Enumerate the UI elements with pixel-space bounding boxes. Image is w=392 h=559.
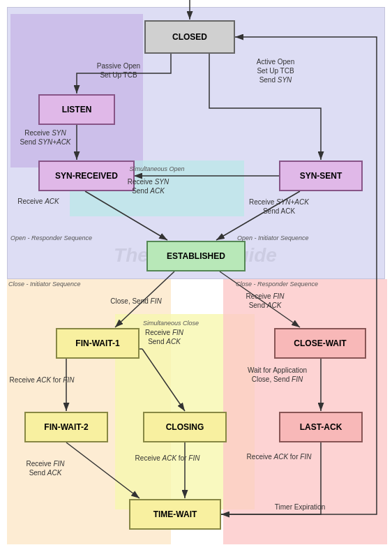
state-fin-wait-2-label: FIN-WAIT-2 [44,422,88,432]
state-last-ack: LAST-ACK [279,412,363,442]
state-syn-received-label: SYN-RECEIVED [55,171,118,181]
label-receive-ack-fin1: Receive ACK for FIN [7,375,77,385]
state-listen: LISTEN [38,94,115,125]
label-timer-expiration: Timer Expiration [258,502,342,512]
state-syn-sent-label: SYN-SENT [300,171,342,181]
state-time-wait-label: TIME-WAIT [153,509,197,519]
label-receive-syn-send-synack: Receive SYNSend SYN+ACK [7,128,84,147]
state-established-label: ESTABLISHED [167,251,225,261]
state-last-ack-label: LAST-ACK [300,422,342,432]
label-receive-synack: Receive SYN+ACKSend ACK [237,197,321,216]
state-syn-sent: SYN-SENT [279,161,363,191]
label-receive-ack: Receive ACK [7,197,70,206]
label-wait-app-close: Wait for ApplicationClose, Send FIN [234,366,321,384]
label-close-send-fin: Close, Send FIN [98,297,174,306]
state-close-wait: CLOSE-WAIT [274,328,366,359]
label-open-responder: Open - Responder Sequence [10,234,108,241]
state-closing-label: CLOSING [166,422,204,432]
state-fin-wait-2: FIN-WAIT-2 [24,412,108,442]
label-passive-open: Passive OpenSet Up TCB [84,61,153,80]
state-listen-label: LISTEN [62,105,92,114]
label-simultaneous-open: Simultaneous Open [115,165,199,174]
state-time-wait: TIME-WAIT [129,499,221,530]
label-close-responder: Close - Responder Sequence [236,281,344,288]
label-receive-ack-fin-closing: Receive ACK for FIN [129,454,206,463]
label-receive-syn-send-ack: Receive SYNSend ACK [112,177,185,195]
label-receive-fin-simclose: Receive FINSend ACK [128,328,201,346]
label-receive-fin-established: Receive FINSend ACK [230,292,300,310]
state-fin-wait-1: FIN-WAIT-1 [56,328,140,359]
state-closing: CLOSING [143,412,227,442]
state-closed-label: CLOSED [172,32,207,42]
state-closed: CLOSED [144,20,235,54]
label-open-initiator: Open - Initiator Sequence [237,234,338,241]
state-established: ESTABLISHED [146,241,246,271]
label-active-open: Active OpenSet Up TCBSend SYN [237,57,314,84]
label-receive-ack-fin-lastACK: Receive ACK for FIN [241,452,317,461]
state-close-wait-label: CLOSE-WAIT [294,338,346,348]
label-close-initiator: Close - Initiator Sequence [8,281,113,288]
label-simultaneous-close: Simultaneous Close [129,320,213,328]
label-receive-fin-fw2: Receive FINSend ACK [7,459,84,477]
state-fin-wait-1-label: FIN-WAIT-1 [75,338,119,348]
tcp-state-diagram: The TCP/IP Guide [0,0,392,559]
